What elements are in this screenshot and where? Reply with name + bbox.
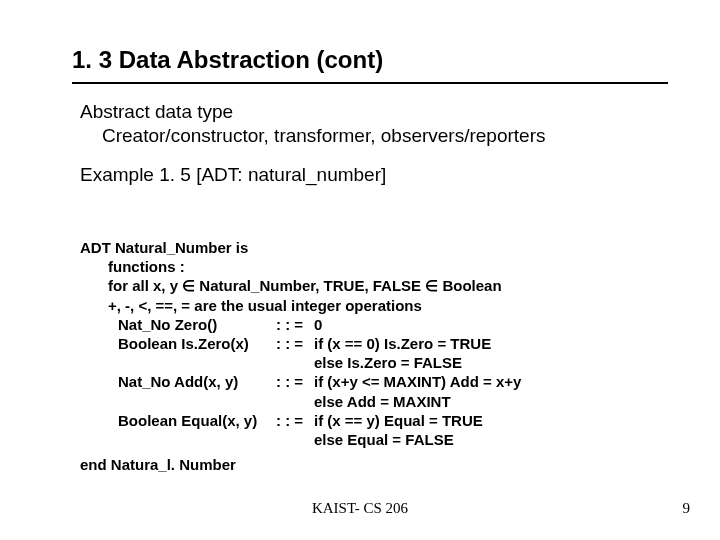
adt-row-left [80,430,276,449]
adt-row-right: else Equal = FALSE [314,430,680,449]
adt-row-mid [276,353,314,372]
adt-end: end Natura_l. Number [80,449,680,474]
footer-center: KAIST- CS 206 [0,500,720,517]
adt-row: else Add = MAXINT [80,392,680,411]
body-line-1: Abstract data type [80,100,680,124]
adt-row-mid: : : = [276,372,314,391]
adt-row-mid: : : = [276,411,314,430]
adt-functions: functions : [80,257,680,276]
adt-row-right: if (x == y) Equal = TRUE [314,411,680,430]
adt-row: Nat_No Add(x, y) : : = if (x+y <= MAXINT… [80,372,680,391]
adt-row-right: 0 [314,315,680,334]
body-line-2: Creator/constructor, transformer, observ… [80,124,680,148]
adt-row: Nat_No Zero() : : = 0 [80,315,680,334]
adt-row-right: else Add = MAXINT [314,392,680,411]
adt-row-left [80,353,276,372]
adt-row-left: Nat_No Zero() [80,315,276,334]
adt-row-mid: : : = [276,315,314,334]
adt-row-left: Boolean Is.Zero(x) [80,334,276,353]
slide: 1. 3 Data Abstraction (cont) Abstract da… [0,0,720,540]
adt-forall: for all x, y ∈ Natural_Number, TRUE, FAL… [80,276,680,295]
example-heading: Example 1. 5 [ADT: natural_number] [80,163,680,187]
adt-block: ADT Natural_Number is functions : for al… [80,238,680,474]
adt-row-left: Nat_No Add(x, y) [80,372,276,391]
page-number: 9 [683,500,691,517]
adt-row: else Equal = FALSE [80,430,680,449]
spacer [80,149,680,163]
adt-ops: +, -, <, ==, = are the usual integer ope… [80,296,680,315]
adt-row: else Is.Zero = FALSE [80,353,680,372]
adt-row-right: if (x == 0) Is.Zero = TRUE [314,334,680,353]
adt-row-left: Boolean Equal(x, y) [80,411,276,430]
adt-header: ADT Natural_Number is [80,238,680,257]
adt-row: Boolean Is.Zero(x) : : = if (x == 0) Is.… [80,334,680,353]
title-underline [72,82,668,84]
adt-row: Boolean Equal(x, y) : : = if (x == y) Eq… [80,411,680,430]
slide-title: 1. 3 Data Abstraction (cont) [72,46,383,74]
body-text: Abstract data type Creator/constructor, … [80,100,680,187]
adt-row-mid: : : = [276,334,314,353]
adt-row-right: if (x+y <= MAXINT) Add = x+y [314,372,680,391]
adt-row-mid [276,392,314,411]
adt-row-mid [276,430,314,449]
adt-row-right: else Is.Zero = FALSE [314,353,680,372]
adt-row-left [80,392,276,411]
